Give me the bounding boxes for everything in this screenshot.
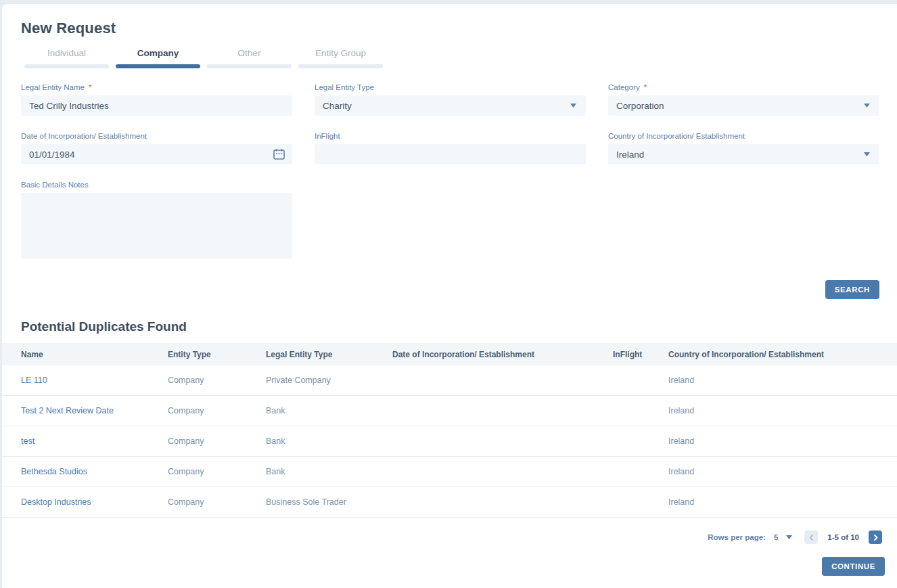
- tab-individual[interactable]: Individual: [24, 48, 109, 68]
- row-legal-entity-type: Business Sole Trader: [266, 497, 392, 507]
- label-text: Basic Details Notes: [21, 181, 89, 189]
- tab-indicator: [298, 64, 383, 68]
- inflight-label: InFlight: [315, 132, 586, 140]
- pagination: Rows per page: 5 1-5 of 10: [2, 518, 897, 547]
- rows-per-page-value[interactable]: 5: [774, 533, 778, 541]
- row-entity-type: Company: [168, 436, 266, 446]
- row-entity-type: Company: [168, 376, 266, 385]
- tab-indicator: [207, 64, 292, 68]
- chevron-left-icon: [809, 535, 814, 541]
- table-row[interactable]: test Company Bank Ireland: [2, 426, 897, 457]
- tab-entity-group[interactable]: Entity Group: [298, 48, 383, 68]
- basic-details-notes-textarea[interactable]: [21, 193, 292, 258]
- required-asterisk: *: [89, 83, 91, 91]
- legal-entity-name-input[interactable]: [21, 95, 292, 116]
- legal-entity-type-field-group: Legal Entity Type Charity: [315, 83, 586, 116]
- label-text: Legal Entity Type: [315, 83, 374, 91]
- row-entity-type: Company: [168, 497, 266, 507]
- tab-label: Entity Group: [298, 48, 383, 64]
- legal-entity-type-label: Legal Entity Type: [315, 83, 586, 91]
- chevron-down-icon: [864, 104, 870, 108]
- tab-bar: Individual Company Other Entity Group: [21, 48, 879, 68]
- table-row[interactable]: Bethesda Studios Company Bank Ireland: [2, 457, 897, 487]
- table-row[interactable]: Desktop Industries Company Business Sole…: [2, 487, 897, 518]
- basic-details-notes-label: Basic Details Notes: [21, 181, 292, 189]
- tab-label: Company: [116, 48, 200, 64]
- table-body: LE 110 Company Private Company Ireland T…: [2, 365, 897, 518]
- tab-indicator: [24, 64, 109, 68]
- chevron-down-icon: [864, 152, 870, 156]
- chevron-right-icon: [873, 535, 878, 541]
- continue-button[interactable]: CONTINUE: [822, 557, 885, 576]
- selected-value: Ireland: [608, 150, 644, 160]
- row-legal-entity-type: Bank: [266, 406, 392, 415]
- inflight-input[interactable]: [315, 144, 586, 164]
- column-header-name: Name: [21, 350, 168, 359]
- row-legal-entity-type: Bank: [266, 467, 392, 476]
- tab-company[interactable]: Company: [116, 48, 200, 68]
- inflight-control: [315, 144, 586, 164]
- previous-page-button[interactable]: [804, 530, 818, 544]
- date-of-incorporation-label: Date of Incorporation/ Establishment: [21, 132, 292, 140]
- date-of-incorporation-field-group: Date of Incorporation/ Establishment: [21, 132, 292, 164]
- selected-value: Charity: [315, 101, 352, 111]
- next-page-button[interactable]: [869, 530, 882, 544]
- label-text: InFlight: [315, 132, 340, 140]
- column-header-legal-entity-type: Legal Entity Type: [266, 350, 392, 359]
- rows-per-page-label: Rows per page:: [708, 533, 766, 541]
- date-of-incorporation-control: [21, 144, 292, 164]
- label-text: Legal Entity Name: [21, 83, 85, 91]
- row-country-of-incorporation: Ireland: [668, 376, 897, 385]
- chevron-down-icon: [570, 104, 576, 108]
- selected-value: Corporation: [608, 101, 664, 111]
- required-asterisk: *: [644, 83, 647, 91]
- legal-entity-name-control: [21, 95, 292, 116]
- tab-other[interactable]: Other: [207, 48, 292, 68]
- company-form: Legal Entity Name * Legal Entity Type Ch…: [21, 83, 879, 261]
- legal-entity-name-label: Legal Entity Name *: [21, 83, 292, 91]
- table-row[interactable]: LE 110 Company Private Company Ireland: [2, 365, 897, 396]
- category-select[interactable]: Corporation: [608, 95, 879, 116]
- label-text: Category: [608, 83, 640, 91]
- table-row[interactable]: Test 2 Next Review Date Company Bank Ire…: [2, 396, 897, 426]
- category-field-group: Category * Corporation: [608, 83, 879, 116]
- tab-indicator: [116, 64, 200, 68]
- legal-entity-type-select[interactable]: Charity: [315, 95, 586, 116]
- label-text: Country of Incorporation/ Establishment: [608, 132, 745, 140]
- table-header-row: Name Entity Type Legal Entity Type Date …: [2, 343, 897, 365]
- row-legal-entity-type: Bank: [266, 436, 392, 446]
- row-country-of-incorporation: Ireland: [668, 467, 897, 476]
- row-name-link[interactable]: Test 2 Next Review Date: [21, 406, 168, 415]
- column-header-country-of-incorporation: Country of Incorporation/ Establishment: [668, 350, 897, 359]
- column-header-inflight: InFlight: [613, 350, 668, 359]
- new-request-panel: New Request Individual Company Other Ent…: [2, 4, 897, 588]
- rows-per-page-chevron-down-icon[interactable]: [786, 535, 792, 539]
- row-name-link[interactable]: LE 110: [21, 376, 168, 385]
- tab-label: Other: [207, 48, 292, 64]
- page-range-label: 1-5 of 10: [827, 533, 859, 541]
- row-legal-entity-type: Private Company: [266, 376, 392, 385]
- row-country-of-incorporation: Ireland: [668, 406, 897, 415]
- label-text: Date of Incorporation/ Establishment: [21, 132, 147, 140]
- search-button[interactable]: SEARCH: [825, 280, 879, 299]
- country-of-incorporation-label: Country of Incorporation/ Establishment: [608, 132, 879, 140]
- country-of-incorporation-field-group: Country of Incorporation/ Establishment …: [608, 132, 879, 164]
- row-name-link[interactable]: test: [21, 436, 168, 446]
- tab-label: Individual: [24, 48, 109, 64]
- basic-details-notes-field-group: Basic Details Notes: [21, 181, 292, 261]
- page-title: New Request: [21, 4, 879, 37]
- column-header-date-of-incorporation: Date of Incorporation/ Establishment: [392, 350, 613, 359]
- row-entity-type: Company: [168, 406, 266, 415]
- country-of-incorporation-select[interactable]: Ireland: [608, 144, 879, 164]
- category-label: Category *: [608, 83, 879, 91]
- inflight-field-group: InFlight: [315, 132, 586, 164]
- date-of-incorporation-input[interactable]: [21, 144, 292, 164]
- legal-entity-name-field-group: Legal Entity Name *: [21, 83, 292, 116]
- column-header-entity-type: Entity Type: [168, 350, 266, 359]
- row-name-link[interactable]: Desktop Industries: [21, 497, 168, 507]
- row-country-of-incorporation: Ireland: [668, 436, 897, 446]
- row-name-link[interactable]: Bethesda Studios: [21, 467, 168, 476]
- calendar-icon[interactable]: [273, 149, 285, 160]
- row-country-of-incorporation: Ireland: [668, 497, 897, 507]
- row-entity-type: Company: [168, 467, 266, 476]
